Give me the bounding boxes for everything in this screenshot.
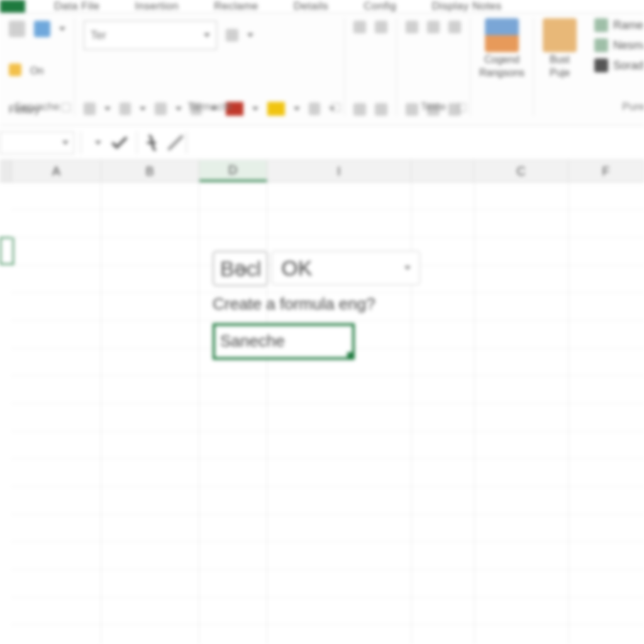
filter-icon[interactable] [448, 21, 461, 33]
popup-ok-label: OK [281, 256, 312, 280]
tab-datafile[interactable]: Data File [54, 0, 100, 13]
cond-l2: Rangsons [479, 68, 525, 79]
group-font: Tarmacth [75, 101, 344, 113]
sort-icon [594, 58, 608, 72]
link-b[interactable]: Nesmatlen [594, 38, 644, 52]
align-left-icon[interactable] [353, 21, 366, 33]
dialog-launcher-icon[interactable] [62, 103, 70, 112]
col-c[interactable]: C [474, 160, 569, 182]
fx-button[interactable] [143, 132, 165, 153]
edit-icon[interactable] [165, 132, 186, 153]
paste-icon[interactable] [9, 64, 21, 76]
col-b[interactable]: B [101, 160, 199, 182]
paste-dd-icon[interactable] [59, 27, 65, 31]
col-blank[interactable] [411, 160, 474, 182]
conditional-fmt-button[interactable]: Cogend Rangsons [479, 18, 525, 79]
tab-reclame[interactable]: Reclame [214, 0, 258, 13]
formula-input[interactable] [186, 132, 644, 153]
clipboard-icon [543, 18, 577, 52]
active-cell[interactable]: Saneche [213, 323, 355, 360]
font-name-select[interactable]: Ter [84, 21, 217, 50]
cond-l1: Cogend [484, 55, 519, 65]
col-a[interactable]: A [12, 160, 101, 182]
formula-bar [0, 126, 644, 160]
column-headers: A B D I C F [0, 160, 644, 182]
tab-display[interactable]: Display Notes [431, 0, 501, 13]
validation-popup: Bəcl OK Create a formula eng? Saneche [213, 251, 420, 360]
chevron-down-icon [204, 33, 210, 37]
sheet2-icon [594, 38, 608, 52]
popup-left-box[interactable]: Bəcl [213, 251, 268, 286]
paste-big-button[interactable]: Bust Puje [543, 18, 577, 79]
merge-icon[interactable] [375, 103, 387, 116]
select-all[interactable] [0, 160, 12, 182]
chevron-down-icon [95, 141, 101, 145]
cells-area[interactable]: Bəcl OK Create a formula eng? Saneche [11, 182, 644, 644]
popup-hint: Create a formula eng? [213, 294, 420, 314]
group-right: Pure la [586, 101, 644, 113]
chevron-down-icon [62, 141, 69, 145]
cut-icon[interactable] [9, 21, 25, 37]
p2l1: Bust [550, 55, 570, 65]
table-icon [485, 18, 519, 52]
copy-icon[interactable] [34, 21, 50, 37]
chevron-down-icon [404, 266, 411, 270]
dialog-launcher-icon[interactable] [331, 103, 340, 112]
cancel-button[interactable] [87, 132, 109, 153]
sort-desc-icon[interactable] [427, 21, 440, 33]
ribbon: On Flotary Servache Ter Tarmacth [0, 13, 644, 126]
active-cell-value: Saneche [220, 331, 285, 351]
ribbon-tabs: Data File Insertion Reclame Details Conf… [0, 0, 644, 13]
tab-details[interactable]: Details [294, 0, 328, 13]
col-f[interactable]: F [569, 160, 644, 182]
link-a[interactable]: Ramertonylan [594, 18, 644, 32]
lb: Nesmatlen [613, 39, 644, 52]
lc: Sorady [613, 59, 644, 72]
popup-dropdown[interactable]: OK [272, 251, 420, 285]
enter-button[interactable] [109, 132, 130, 153]
spreadsheet-grid[interactable]: A B D I C F Bəcl OK [0, 160, 644, 644]
tab-config[interactable]: Config [364, 0, 396, 13]
name-box[interactable] [0, 131, 74, 154]
font-name: Ter [91, 29, 106, 42]
sheet-icon [594, 18, 608, 32]
col-i[interactable]: I [267, 160, 411, 182]
sort-asc-icon[interactable] [406, 21, 418, 33]
link-c[interactable]: Sorady [594, 58, 644, 72]
app-button[interactable] [0, 0, 25, 13]
col-d[interactable]: D [199, 160, 267, 182]
tab-insertion[interactable]: Insertion [135, 0, 179, 13]
paste-label: On [30, 66, 43, 77]
dd-icon[interactable] [247, 33, 253, 37]
dialog-launcher-icon[interactable] [457, 103, 466, 112]
wrap-icon[interactable] [353, 103, 366, 116]
align-right-icon[interactable] [375, 21, 387, 33]
la: Ramertonylan [613, 19, 644, 32]
row-header-selected[interactable] [0, 237, 14, 265]
grow-font-icon[interactable] [226, 29, 238, 42]
p2l2: Puje [550, 68, 570, 79]
